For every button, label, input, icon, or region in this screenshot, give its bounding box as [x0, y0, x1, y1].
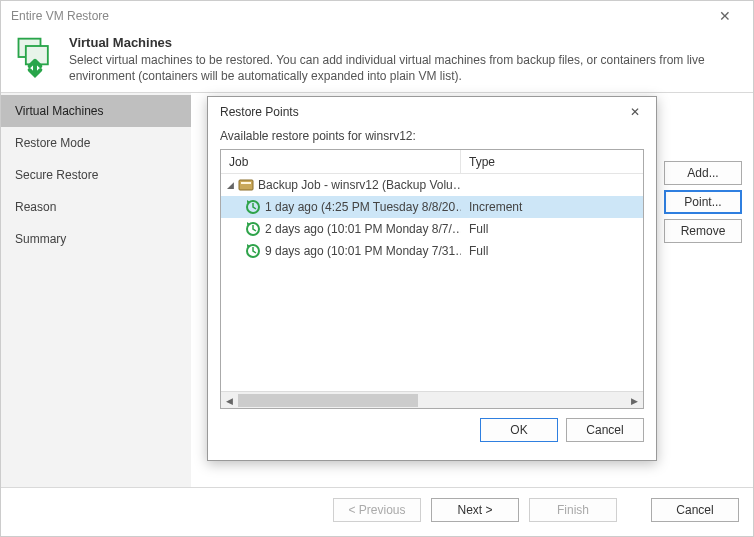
- tree-job-label: Backup Job - winsrv12 (Backup Volu…: [258, 178, 461, 192]
- page-description: Select virtual machines to be restored. …: [69, 52, 741, 84]
- svg-rect-3: [241, 182, 251, 184]
- restore-point-row[interactable]: 9 days ago (10:01 PM Monday 7/31… Full: [221, 240, 643, 262]
- cancel-button[interactable]: Cancel: [651, 498, 739, 522]
- sidebar-item-reason[interactable]: Reason: [1, 191, 191, 223]
- restore-point-label: 2 days ago (10:01 PM Monday 8/7/…: [265, 222, 461, 236]
- close-icon: ✕: [630, 105, 640, 119]
- scroll-right-icon[interactable]: ▶: [626, 392, 643, 409]
- dialog-title: Restore Points: [220, 105, 620, 119]
- wizard-footer: < Previous Next > Finish Cancel: [1, 487, 753, 532]
- restore-point-icon: [245, 199, 261, 215]
- restore-point-icon: [245, 243, 261, 259]
- ok-button[interactable]: OK: [480, 418, 558, 442]
- point-button[interactable]: Point...: [664, 190, 742, 214]
- sidebar-item-virtual-machines[interactable]: Virtual Machines: [1, 95, 191, 127]
- add-button[interactable]: Add...: [664, 161, 742, 185]
- window-title: Entire VM Restore: [11, 9, 705, 23]
- scrollbar-thumb[interactable]: [238, 394, 418, 407]
- restore-points-dialog: Restore Points ✕ Available restore point…: [207, 96, 657, 461]
- restore-point-label: 9 days ago (10:01 PM Monday 7/31…: [265, 244, 461, 258]
- sidebar-item-secure-restore[interactable]: Secure Restore: [1, 159, 191, 191]
- remove-button[interactable]: Remove: [664, 219, 742, 243]
- previous-button: < Previous: [333, 498, 421, 522]
- dialog-caption: Available restore points for winsrv12:: [208, 127, 656, 149]
- close-icon: ✕: [719, 8, 731, 24]
- restore-point-icon: [245, 221, 261, 237]
- dialog-close-button[interactable]: ✕: [620, 100, 650, 124]
- next-button[interactable]: Next >: [431, 498, 519, 522]
- wizard-header: Virtual Machines Select virtual machines…: [1, 31, 753, 92]
- finish-button: Finish: [529, 498, 617, 522]
- window-close-button[interactable]: ✕: [705, 2, 745, 30]
- restore-point-type: Increment: [461, 200, 643, 214]
- restore-points-tree: Job Type ◢ Backup Job - winsrv12 (Backup…: [220, 149, 644, 409]
- restore-point-label: 1 day ago (4:25 PM Tuesday 8/8/20…: [265, 200, 461, 214]
- wizard-main-panel: Add... Point... Remove Restore Points ✕ …: [191, 93, 753, 487]
- sidebar-item-summary[interactable]: Summary: [1, 223, 191, 255]
- tree-toggle-icon[interactable]: ◢: [227, 180, 234, 190]
- svg-rect-2: [239, 180, 253, 190]
- backup-job-icon: [238, 177, 254, 193]
- vm-restore-icon: [13, 35, 57, 79]
- wizard-steps-sidebar: Virtual Machines Restore Mode Secure Res…: [1, 93, 191, 487]
- sidebar-item-restore-mode[interactable]: Restore Mode: [1, 127, 191, 159]
- restore-point-row[interactable]: 1 day ago (4:25 PM Tuesday 8/8/20… Incre…: [221, 196, 643, 218]
- restore-point-type: Full: [461, 244, 643, 258]
- tree-job-row[interactable]: ◢ Backup Job - winsrv12 (Backup Volu…: [221, 174, 643, 196]
- scroll-left-icon[interactable]: ◀: [221, 392, 238, 409]
- restore-point-row[interactable]: 2 days ago (10:01 PM Monday 8/7/… Full: [221, 218, 643, 240]
- cancel-button[interactable]: Cancel: [566, 418, 644, 442]
- column-header-type[interactable]: Type: [461, 150, 643, 174]
- horizontal-scrollbar[interactable]: ◀ ▶: [221, 391, 643, 408]
- column-header-job[interactable]: Job: [221, 150, 461, 174]
- page-title: Virtual Machines: [69, 35, 741, 50]
- restore-point-type: Full: [461, 222, 643, 236]
